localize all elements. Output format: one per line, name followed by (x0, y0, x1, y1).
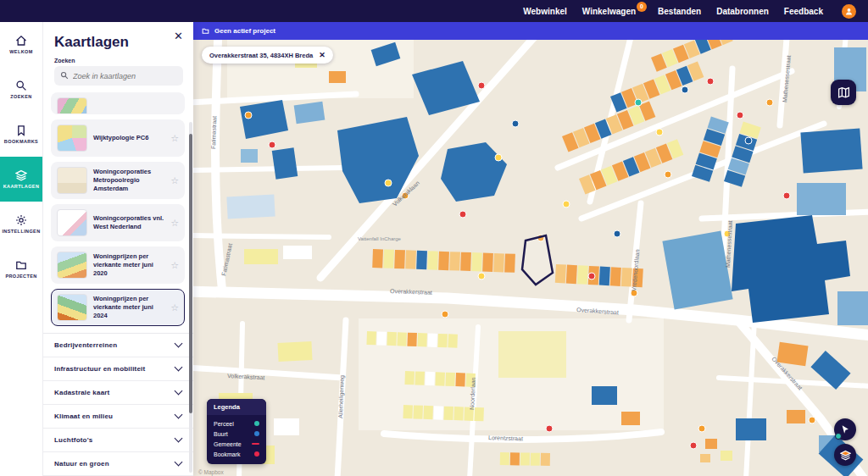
home-icon (15, 35, 27, 47)
select-tool-button[interactable] (834, 418, 856, 440)
cart-badge: 0 (637, 2, 647, 12)
chevron-down-icon (175, 387, 183, 396)
layer-label: Wijktypologie PC6 (93, 134, 164, 142)
search-label: Zoeken (54, 58, 183, 64)
layers-icon (15, 169, 27, 181)
kaartlagen-panel: ✕ Kaartlagen Zoeken Wijktypologie PC6 ☆ … (42, 22, 193, 476)
gemeente-swatch (252, 443, 259, 446)
app-window: Webwinkel Winkelwagen 0 Bestanden Databr… (0, 0, 868, 476)
layer-card-cropped[interactable] (51, 92, 185, 114)
layer-card[interactable]: Woningcorporaties vnl. West Nederland ☆ (51, 204, 185, 241)
gear-icon (15, 214, 27, 226)
svg-text:Vattenfall InCharge: Vattenfall InCharge (358, 236, 402, 241)
rail-item-zoeken[interactable]: ZOEKEN (0, 67, 42, 112)
layer-card[interactable]: Wijktypologie PC6 ☆ (51, 119, 185, 157)
perceel-swatch (254, 421, 259, 426)
topbar-link-databronnen[interactable]: Databronnen (716, 7, 769, 16)
chevron-down-icon (175, 411, 183, 419)
legend-item-bookmark: Bookmark (214, 449, 259, 459)
section-bedrijventerreinen[interactable]: Bedrijventerreinen (42, 334, 193, 357)
rail-item-instellingen[interactable]: INSTELLINGEN (0, 202, 42, 246)
search-icon (60, 71, 69, 80)
chevron-down-icon (175, 340, 183, 348)
address-chip[interactable]: Overakkerstraat 35, 4834XH Breda ✕ (202, 47, 333, 64)
layer-thumbnail (57, 252, 87, 279)
layer-label: Woningcorporaties Metropoolregio Amsterd… (93, 168, 164, 193)
layer-label: Woningprijzen per vierkante meter juni 2… (93, 295, 164, 320)
map-icon (837, 86, 850, 99)
section-klimaat-en-milieu[interactable]: Klimaat en milieu (42, 405, 193, 429)
svg-text:Fatimastraat: Fatimastraat (210, 116, 217, 149)
person-icon (844, 7, 854, 16)
scrollbar-thumb[interactable] (189, 134, 192, 413)
chevron-down-icon (175, 363, 183, 372)
topbar-link-feedback[interactable]: Feedback (784, 7, 823, 16)
sidebar-scrollbar[interactable] (189, 122, 192, 473)
layer-thumbnail (57, 294, 87, 321)
layer-label: Woningprijzen per vierkante meter juni 2… (93, 252, 164, 278)
layer-card-selected[interactable]: Woningprijzen per vierkante meter juni 2… (51, 289, 185, 326)
svg-text:Lorentzstraat: Lorentzstraat (488, 434, 523, 441)
layer-thumbnail (57, 209, 87, 236)
section-kadastrale-kaart[interactable]: Kadastrale kaart (42, 381, 193, 405)
basemap-button[interactable] (831, 80, 856, 105)
rail-item-projecten[interactable]: PROJECTEN (0, 246, 42, 291)
layer-card[interactable]: Woningprijzen per vierkante meter juni 2… (51, 246, 185, 284)
layer-thumbnail (57, 97, 87, 114)
legend-item-buurt: Buurt (214, 429, 259, 439)
legend-item-perceel: Perceel (214, 418, 259, 429)
legend-item-gemeente: Gemeente (214, 439, 259, 449)
layers-button[interactable] (834, 444, 856, 466)
icon-rail: WELKOM ZOEKEN BOOKMARKS KAARTLAGEN INSTE… (0, 22, 43, 476)
tool-status-dot (835, 433, 842, 440)
layer-list: Wijktypologie PC6 ☆ Woningcorporaties Me… (42, 92, 193, 331)
chevron-down-icon (175, 434, 183, 443)
rail-item-welkom[interactable]: WELKOM (0, 22, 42, 67)
layer-label: Woningcorporaties vnl. West Nederland (93, 214, 164, 231)
section-natuur-en-groen[interactable]: Natuur en groen (42, 452, 193, 476)
bookmark-icon (15, 125, 27, 136)
topbar-link-winkelwagen[interactable]: Winkelwagen 0 (582, 7, 636, 16)
buurt-swatch (254, 431, 259, 436)
map-legend: Legenda Perceel Buurt Gemeente Bookmark (207, 399, 266, 464)
layers-search-input[interactable] (54, 66, 183, 86)
close-icon[interactable]: ✕ (172, 29, 185, 43)
user-avatar[interactable] (842, 4, 856, 19)
bookmark-swatch (254, 451, 259, 457)
cursor-icon (840, 424, 850, 434)
topbar: Webwinkel Winkelwagen 0 Bestanden Databr… (0, 0, 868, 22)
layer-thumbnail (57, 167, 87, 194)
active-project-banner: Geen actief project (193, 22, 868, 40)
star-icon[interactable]: ☆ (170, 133, 179, 144)
star-icon[interactable]: ☆ (170, 302, 179, 313)
layer-sections: Bedrijventerreinen Infrastructuur en mob… (42, 333, 193, 476)
rail-item-bookmarks[interactable]: BOOKMARKS (0, 112, 42, 157)
section-luchtfotos[interactable]: Luchtfoto's (42, 429, 193, 452)
layer-thumbnail (57, 125, 87, 152)
close-icon[interactable]: ✕ (319, 51, 326, 59)
star-icon[interactable]: ☆ (170, 175, 179, 186)
map-attribution: © Mapbox (198, 469, 224, 475)
topbar-link-bestanden[interactable]: Bestanden (658, 7, 701, 16)
legend-title: Legenda (207, 399, 266, 415)
rail-item-kaartlagen[interactable]: KAARTLAGEN (0, 157, 42, 202)
section-infrastructuur[interactable]: Infrastructuur en mobiliteit (42, 357, 193, 381)
map-canvas[interactable]: Fatimastraat Fatimastraat Volkeraklaan V… (193, 22, 868, 476)
layer-card[interactable]: Woningcorporaties Metropoolregio Amsterd… (51, 162, 185, 199)
search-icon (15, 80, 27, 91)
layers-icon (840, 450, 851, 461)
folder-icon (15, 259, 27, 271)
topbar-link-webwinkel[interactable]: Webwinkel (523, 7, 567, 16)
folder-icon (202, 27, 209, 35)
star-icon[interactable]: ☆ (170, 218, 179, 229)
map-area: Fatimastraat Fatimastraat Volkeraklaan V… (193, 22, 868, 476)
star-icon[interactable]: ☆ (170, 260, 179, 271)
chevron-down-icon (175, 458, 183, 467)
